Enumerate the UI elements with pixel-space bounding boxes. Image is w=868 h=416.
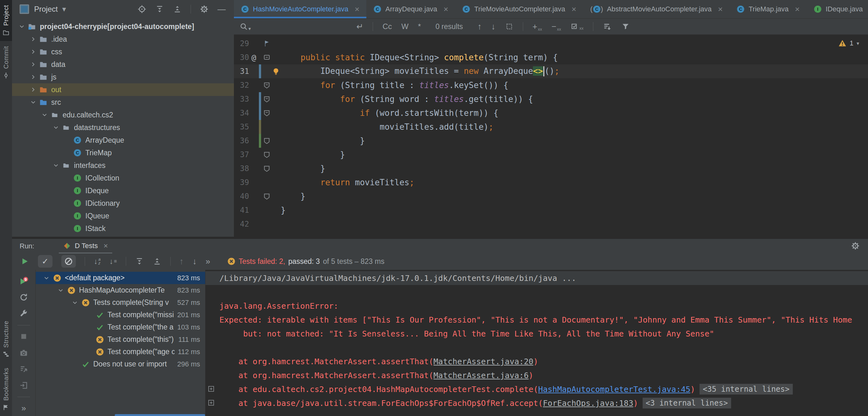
search-history-chevron-icon[interactable]: ▾ (248, 26, 251, 32)
test-tree-item[interactable]: Test complete("missi201 ms (36, 309, 205, 321)
camera-button-icon[interactable] (19, 348, 28, 357)
tab-hashmovieautocompleter-java[interactable]: CHashMovieAutoCompleter.java× (234, 0, 366, 18)
test-tree-item[interactable]: Tests complete(String v527 ms (36, 297, 205, 309)
code-text[interactable]: } (280, 205, 286, 215)
code-line-36[interactable]: 36 } (234, 134, 868, 148)
close-icon[interactable]: × (795, 5, 800, 13)
tab-arraydeque-java[interactable]: CArrayDeque.java× (366, 0, 455, 18)
expand-all-icon[interactable] (155, 5, 164, 13)
line-number[interactable]: 34 (234, 109, 249, 117)
chevron-right-icon[interactable] (28, 86, 38, 93)
find-input[interactable] (251, 20, 356, 33)
show-ignored-toggle[interactable] (61, 255, 76, 268)
fold-end-icon[interactable] (262, 165, 272, 172)
code-text[interactable]: return movieTitles; (280, 178, 414, 187)
tool-window-button-project[interactable]: Project (0, 0, 12, 41)
fold-end-icon[interactable] (262, 137, 272, 145)
code-line-40[interactable]: 40 } (234, 189, 868, 203)
project-tree-item-src[interactable]: src (12, 96, 234, 109)
sort-by-duration-button[interactable]: ↓≡ (110, 257, 117, 266)
fold-expand-icon[interactable] (207, 385, 215, 394)
run-button-icon[interactable] (20, 257, 29, 266)
code-text[interactable]: movieTitles.add(title); (280, 122, 493, 132)
run-tab-tests[interactable]: D Tests × (59, 239, 112, 253)
intention-bulb-icon[interactable] (272, 67, 280, 76)
test-tree-item[interactable]: Test complete("this")111 ms (36, 333, 205, 346)
line-number[interactable]: 36 (234, 136, 249, 145)
code-line-34[interactable]: 34 if (word.startsWith(term)) { (234, 106, 868, 120)
sort-alphabetically-button[interactable]: ↓az (94, 257, 100, 266)
fold-start-icon[interactable] (262, 109, 272, 117)
project-tree-item-css[interactable]: css (12, 45, 234, 58)
project-tree-item-edu-caltech-cs2[interactable]: edu.caltech.cs2 (12, 109, 234, 121)
line-number[interactable]: 42 (234, 220, 249, 229)
stack-trace-link[interactable]: HashMapAutocompleterTest.java:45 (538, 385, 690, 394)
wrench-button-icon[interactable] (19, 309, 28, 318)
code-text[interactable]: if (word.startsWith(term)) { (280, 108, 498, 118)
next-failed-button-icon[interactable]: ↓ (192, 256, 197, 266)
project-tree-item-ideque[interactable]: IIDeque (12, 184, 234, 197)
code-text[interactable]: } (280, 164, 325, 173)
refresh-button-icon[interactable] (19, 293, 28, 302)
filter-search-button-icon[interactable] (621, 22, 630, 31)
line-number[interactable]: 35 (234, 123, 249, 131)
console-output[interactable]: /Library/Java/JavaVirtualMachines/jdk-17… (205, 270, 868, 416)
project-tree-item-project04-cherrypie[interactable]: project04-cherrypie [project04-autocompl… (12, 20, 234, 33)
line-number[interactable]: 40 (234, 192, 249, 201)
tree-scrollbar-thumb[interactable] (115, 414, 205, 416)
match-case-toggle[interactable]: Cc (382, 22, 392, 31)
tab-abstractmovieautocompleter-java[interactable]: (C)AbstractMovieAutoCompleter.java× (583, 0, 730, 18)
add-occurrence-button[interactable]: +xx (533, 22, 542, 32)
gear-icon[interactable] (851, 241, 860, 250)
select-all-occurrences-button[interactable]: xx (570, 23, 584, 31)
code-text[interactable]: } (280, 192, 305, 201)
soft-wrap-newline-icon[interactable]: ↵ (356, 22, 364, 32)
code-text[interactable]: for (String word : titles.get(title)) { (280, 94, 533, 104)
line-number[interactable]: 33 (234, 95, 249, 104)
test-tree-item[interactable]: Test complete("the a103 ms (36, 321, 205, 333)
code-line-38[interactable]: 38 } (234, 162, 868, 175)
fold-expand-icon[interactable] (207, 399, 215, 408)
whole-words-toggle[interactable]: W (401, 22, 409, 31)
close-icon[interactable]: × (103, 241, 108, 250)
project-tree-item-idictionary[interactable]: IIDictionary (12, 197, 234, 210)
search-in-selection-toggle-icon[interactable] (505, 23, 513, 31)
locate-icon[interactable] (137, 5, 146, 13)
close-icon[interactable]: × (355, 5, 360, 13)
code-editor[interactable]: 1 ▾ 2930@ public static IDeque<String> c… (234, 35, 868, 236)
stack-trace-link[interactable]: MatcherAssert.java:6 (433, 371, 528, 380)
chevron-down-icon[interactable] (39, 111, 50, 118)
code-text[interactable]: for (String title : titles.keySet()) { (280, 80, 508, 90)
expand-all-button-icon[interactable] (135, 257, 144, 266)
search-icon[interactable] (240, 23, 248, 31)
tool-window-button-commit[interactable]: Commit (0, 41, 12, 84)
project-panel-title[interactable]: Project (34, 5, 58, 13)
line-number[interactable]: 41 (234, 206, 249, 215)
code-line-37[interactable]: 37 } (234, 148, 868, 162)
tab-ideque-java[interactable]: IIDeque.java× (807, 0, 868, 18)
settings-icon[interactable] (200, 5, 209, 13)
code-text[interactable]: IDeque<String> movieTitles = new ArrayDe… (280, 66, 559, 77)
previous-occurrence-button-icon[interactable]: ↑ (477, 22, 482, 32)
import-button-icon[interactable] (19, 381, 28, 390)
chevron-right-icon[interactable] (28, 61, 38, 68)
code-line-29[interactable]: 29 (234, 37, 868, 50)
internal-lines-badge[interactable]: <35 internal lines> (700, 384, 793, 394)
fold-start-icon[interactable] (262, 81, 272, 89)
chevron-down-icon[interactable] (51, 124, 61, 131)
chevron-down-icon[interactable] (69, 299, 81, 306)
fold-start-icon[interactable] (262, 54, 272, 61)
stack-trace-link[interactable]: MatcherAssert.java:20 (433, 357, 533, 366)
tab-triemap-java[interactable]: CTrieMap.java× (730, 0, 807, 18)
code-line-33[interactable]: 33 for (String word : titles.get(title))… (234, 92, 868, 106)
chevron-down-icon[interactable] (55, 287, 66, 294)
test-tree-item[interactable]: Does not use or import296 ms (36, 358, 205, 370)
more-button-icon[interactable]: » (206, 256, 210, 266)
rerun-failed-button-icon[interactable]: 9 (19, 276, 28, 286)
chevron-down-icon[interactable]: ▾ (62, 5, 66, 13)
close-icon[interactable]: × (443, 5, 448, 13)
test-tree-item[interactable]: HashMapAutocompleterTe823 ms (36, 284, 205, 297)
close-icon[interactable]: × (571, 5, 576, 13)
test-tree-item[interactable]: Test complete("age c112 ms (36, 346, 205, 358)
project-tree-item-triemap[interactable]: CTrieMap (12, 146, 234, 159)
